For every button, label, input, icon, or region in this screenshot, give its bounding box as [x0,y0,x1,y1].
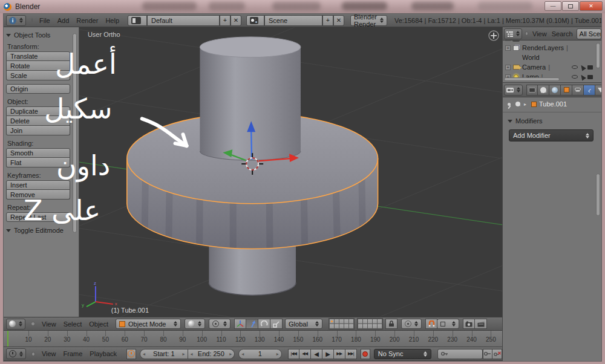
snap-element-select[interactable] [437,319,459,329]
add-scene-button[interactable]: + [322,15,333,26]
menu-view[interactable]: View [38,320,60,328]
lock-layers-button[interactable] [385,319,397,329]
keying-set-field[interactable] [437,349,483,359]
menu-render[interactable]: Render [73,17,102,24]
menu-select[interactable]: Select [60,320,86,328]
translate-manipulator-button[interactable] [246,319,258,329]
tab-object-data[interactable] [595,85,602,96]
outliner-horizontal-scrollbar[interactable] [504,77,560,81]
selectable-cursor-icon[interactable] [579,73,586,80]
editor-type-selector-outliner[interactable] [504,28,522,39]
window-titlebar[interactable]: Blender — ✕ [0,0,605,13]
insert-keyframe-button[interactable]: Insert [6,180,70,190]
toggle-editmode-panel-header[interactable]: Toggle Editmode [6,227,70,234]
layer-toggle[interactable] [363,319,367,323]
sync-mode-select[interactable]: No Sync [374,349,432,359]
start-frame-field[interactable]: ◂Start: 1▸ [140,349,188,359]
layer-toggle[interactable] [373,324,377,328]
rotate-button[interactable]: Rotate [6,61,70,71]
outliner-vertical-scrollbar[interactable] [596,43,600,68]
tab-constraints[interactable] [572,85,584,96]
region-expand-button[interactable] [489,31,499,41]
scale-manipulator-button[interactable] [270,319,283,329]
outliner-menu-view[interactable]: View [530,30,549,37]
outliner-scope-select[interactable]: All Scenes [577,28,601,39]
join-button[interactable]: Join [6,126,70,135]
close-button[interactable]: ✕ [580,1,603,11]
jump-to-end-button[interactable]: ▶▶| [345,349,357,359]
screen-layout-icon-button[interactable] [128,15,147,26]
insert-keyframe-icon-button[interactable] [483,349,492,359]
play-reverse-button[interactable]: ◀ [311,349,322,359]
delete-button[interactable]: Delete [6,116,70,126]
delete-layout-button[interactable]: ✕ [231,15,241,26]
tool-shelf-scrollbar[interactable] [73,33,77,233]
add-layout-button[interactable]: + [220,15,231,26]
layer-toggle[interactable] [330,324,334,328]
pivot-point-select[interactable] [209,319,231,329]
flat-button[interactable]: Flat [6,158,70,167]
current-frame-field[interactable]: ◂1▸ [238,349,282,359]
viewport-shading-select[interactable] [185,319,205,329]
tab-scene[interactable] [538,85,549,96]
menu-add[interactable]: Add [54,17,73,24]
mode-select[interactable]: Object Mode [116,319,181,329]
menu-view-timeline[interactable]: View [38,350,60,357]
scene-name[interactable]: Scene [264,15,322,26]
outliner-menu-search[interactable]: Search [549,30,575,37]
screen-layout-name[interactable]: Default [147,15,220,26]
renderable-camera-icon[interactable] [587,75,593,79]
scene-icon-button[interactable] [246,15,264,26]
proportional-edit-select[interactable] [401,319,422,329]
end-frame-field[interactable]: ◂End: 250▸ [188,349,235,359]
layer-toggle[interactable] [363,324,367,328]
layer-toggle[interactable] [358,324,362,328]
opengl-render-anim-button[interactable] [475,319,487,329]
record-button[interactable] [361,349,370,359]
manipulator-axes-button[interactable] [234,319,246,329]
transform-orientation-select[interactable]: Global [285,319,322,329]
origin-button[interactable]: Origin [6,84,70,94]
tab-modifiers[interactable]: ⌐ [584,85,595,96]
header-collapse-toggle[interactable] [525,31,528,36]
renderable-camera-icon[interactable] [587,65,593,70]
outliner-row-camera[interactable]: + Camera | [503,62,601,72]
minimize-button[interactable]: — [544,1,561,11]
properties-scrollbar[interactable] [596,174,600,216]
translate-button[interactable]: Translate [6,51,70,61]
visibility-eye-icon[interactable] [572,65,578,69]
repeat-last-button[interactable]: Repeat Last [6,212,70,222]
layer-toggle[interactable] [335,324,339,328]
smooth-button[interactable]: Smooth [6,148,70,158]
layer-toggle[interactable] [339,319,344,323]
preview-range-button[interactable] [126,349,136,359]
pin-icon[interactable] [508,103,511,106]
tab-object[interactable] [561,85,572,96]
layer-toggle[interactable] [378,324,382,328]
layer-toggle[interactable] [330,319,334,323]
add-modifier-select[interactable]: Add Modifier [509,129,594,141]
editor-type-selector-timeline[interactable] [6,348,26,359]
editor-type-selector-3d[interactable] [6,319,25,330]
outliner-row-scene[interactable]: - Scene [503,41,601,43]
duplicate-button[interactable]: Duplicate [6,106,70,116]
header-collapse-toggle[interactable] [31,352,35,356]
menu-help[interactable]: Help [102,17,123,24]
layer-toggle[interactable] [378,319,382,323]
header-collapse-toggle[interactable] [31,18,33,22]
menu-object[interactable]: Object [85,320,112,328]
menu-playback[interactable]: Playback [86,350,120,357]
visibility-eye-icon[interactable] [572,75,578,79]
layer-toggle[interactable] [335,319,339,323]
next-keyframe-button[interactable]: ▶▶ [334,349,345,359]
snap-toggle-button[interactable] [425,319,437,329]
header-collapse-toggle[interactable] [31,322,35,326]
menu-frame[interactable]: Frame [60,350,87,357]
expand-icon[interactable]: - [505,41,511,41]
expand-icon[interactable]: + [505,45,511,51]
modifiers-panel-header[interactable]: Modifiers [503,115,601,127]
delete-keyframe-icon-button[interactable] [492,349,502,359]
object-tools-panel-header[interactable]: Object Tools [6,31,70,39]
outliner-tree[interactable]: - Scene + RenderLayers | World [503,41,601,82]
outliner-row-renderlayers[interactable]: + RenderLayers | [503,43,601,53]
